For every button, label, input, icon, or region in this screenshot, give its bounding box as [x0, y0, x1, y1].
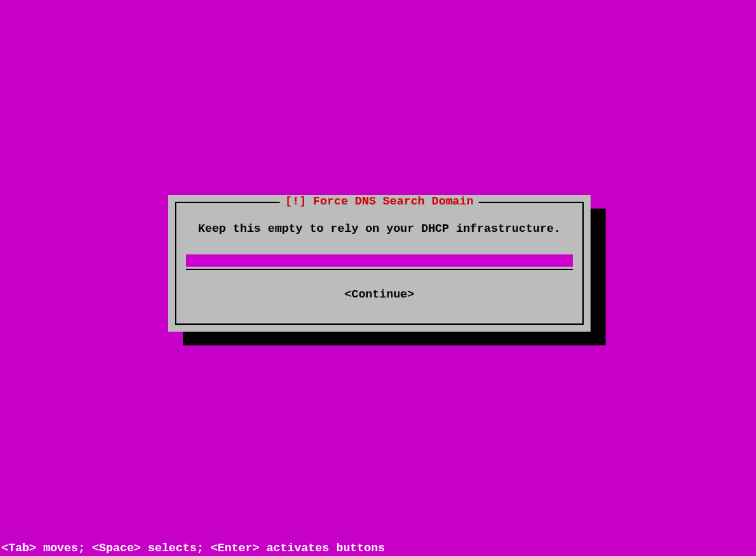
instruction-text: Keep this empty to rely on your DHCP inf… — [198, 222, 561, 235]
input-underline — [186, 269, 573, 270]
continue-button[interactable]: <Continue> — [345, 288, 414, 301]
dns-search-domain-input[interactable] — [186, 254, 573, 267]
footer-help-text: <Tab> moves; <Space> selects; <Enter> ac… — [1, 542, 385, 555]
title-marker: [!] — [285, 195, 313, 208]
dialog-title: [!] Force DNS Search Domain — [280, 195, 478, 208]
dialog-frame: [!] Force DNS Search Domain Keep this em… — [175, 202, 584, 325]
dialog-content: Keep this empty to rely on your DHCP inf… — [176, 203, 582, 308]
title-text: Force DNS Search Domain — [313, 195, 474, 208]
dialog-box: [!] Force DNS Search Domain Keep this em… — [168, 195, 591, 332]
